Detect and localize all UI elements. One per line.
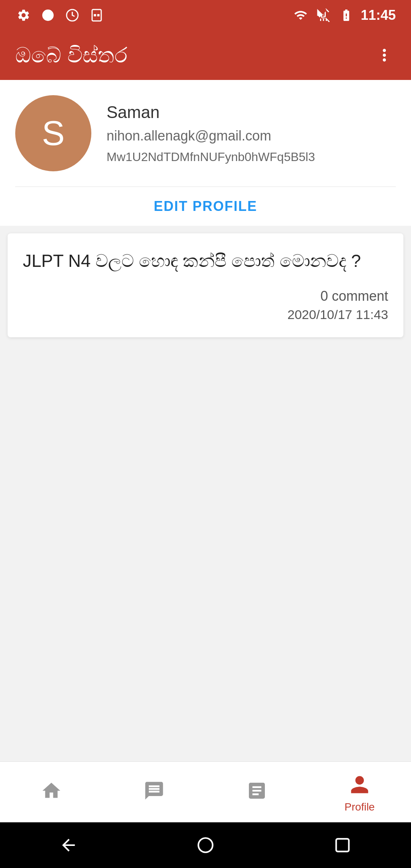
wifi-icon xyxy=(292,7,309,24)
profile-details: Saman nihon.allenagk@gmail.com Mw1U2NdTD… xyxy=(107,95,315,164)
circle-icon xyxy=(64,7,81,24)
post-card[interactable]: JLPT N4 වලට හොඳ කන්පී පොත් මොනවද ? 0 com… xyxy=(8,233,403,337)
nav-item-posts[interactable] xyxy=(206,777,308,807)
profile-icon xyxy=(346,771,373,798)
battery-icon xyxy=(338,7,355,24)
edit-profile-button[interactable]: EDIT PROFILE xyxy=(15,187,396,226)
app-bar: ඔබේ විස්තර xyxy=(0,30,411,80)
post-title: JLPT N4 වලට හොඳ කන්පී පොත් මොනවද ? xyxy=(23,249,388,273)
post-comment-count: 0 comment xyxy=(320,288,388,304)
profile-section: S Saman nihon.allenagk@gmail.com Mw1U2Nd… xyxy=(0,80,411,226)
more-options-button[interactable] xyxy=(373,44,396,67)
bottom-navigation: Profile xyxy=(0,761,411,822)
profile-email: nihon.allenagk@gmail.com xyxy=(107,128,315,144)
nav-label-profile: Profile xyxy=(344,801,374,813)
status-right-icons: 11:45 xyxy=(292,7,396,24)
status-left-icons xyxy=(15,7,105,24)
post-date: 2020/10/17 11:43 xyxy=(287,307,388,322)
nav-item-profile[interactable]: Profile xyxy=(308,771,411,813)
profile-info-row: S Saman nihon.allenagk@gmail.com Mw1U2Nd… xyxy=(15,95,396,171)
home-button[interactable] xyxy=(190,830,221,860)
nav-item-home[interactable] xyxy=(0,777,103,807)
post-meta: 0 comment 2020/10/17 11:43 xyxy=(23,288,388,322)
svg-rect-3 xyxy=(94,14,96,16)
svg-rect-4 xyxy=(97,14,100,16)
nav-item-chat[interactable] xyxy=(103,777,206,807)
notes-icon xyxy=(244,777,270,804)
status-bar: 11:45 xyxy=(0,0,411,30)
profile-name: Saman xyxy=(107,103,315,122)
profile-user-id: Mw1U2NdTDMfnNUFynb0hWFq5B5l3 xyxy=(107,150,315,164)
status-time: 11:45 xyxy=(361,7,396,23)
svg-point-5 xyxy=(198,838,213,852)
home-icon xyxy=(38,777,65,804)
sim-icon xyxy=(88,7,105,24)
recents-button[interactable] xyxy=(327,830,358,860)
app-notification-icon xyxy=(40,7,56,24)
avatar: S xyxy=(15,95,91,171)
signal-icon xyxy=(315,7,332,24)
svg-rect-2 xyxy=(92,10,101,21)
system-navigation-bar xyxy=(0,822,411,868)
app-bar-title: ඔබේ විස්තර xyxy=(15,43,127,68)
svg-rect-6 xyxy=(336,839,349,851)
back-button[interactable] xyxy=(53,830,84,860)
chat-icon xyxy=(141,777,167,804)
svg-point-0 xyxy=(42,10,54,21)
settings-icon xyxy=(15,7,32,24)
avatar-letter: S xyxy=(42,114,65,153)
